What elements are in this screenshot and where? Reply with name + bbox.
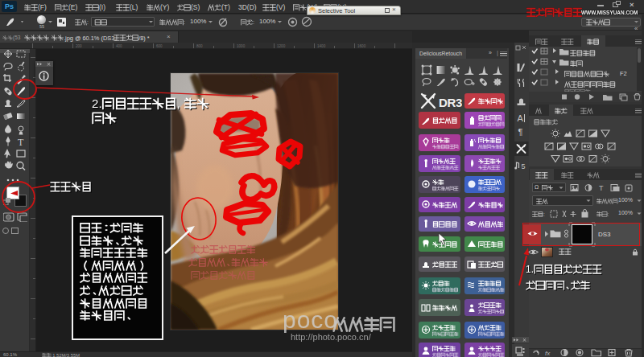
- svg-text:5: 5: [522, 162, 526, 170]
- svg-text::: :: [608, 211, 609, 216]
- svg-text::: :: [543, 211, 545, 216]
- svg-text:,: ,: [177, 96, 180, 110]
- svg-text:¶: ¶: [518, 127, 523, 137]
- svg-text:DR3: DR3: [439, 96, 462, 109]
- svg-text:2.: 2.: [92, 96, 102, 110]
- svg-text:A: A: [518, 113, 524, 123]
- svg-text:T: T: [599, 184, 604, 192]
- svg-text:fx: fx: [545, 350, 551, 357]
